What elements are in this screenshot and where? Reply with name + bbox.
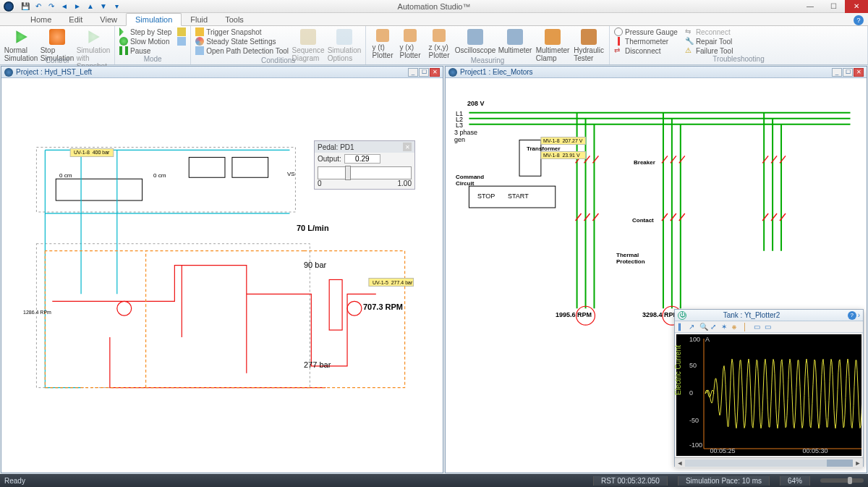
svg-rect-2 [56,179,142,200]
yx-plotter-button[interactable]: y (x) Plotter [398,27,422,59]
plotter-tool-6[interactable]: │ [743,323,752,331]
tab-view[interactable]: View [91,14,126,25]
right-pane-header[interactable]: Project1 : Elec_Motors _ ☐ ✕ [446,67,867,78]
simulation-options-button[interactable]: Simulation Options [328,27,361,62]
qat-nav-up-icon[interactable]: ▲ [85,1,95,12]
pedal-output-label: Output: [318,155,341,163]
voltage-label: 208 V [467,100,485,107]
qat-redo-icon[interactable]: ↷ [46,1,56,12]
tab-edit[interactable]: Edit [60,14,91,25]
plotter-scrollbar[interactable]: ◄ ► [675,457,863,467]
right-pane-max-button[interactable]: ☐ [843,68,853,77]
minimize-button[interactable]: — [799,0,822,13]
left-pane-header[interactable]: Project : Hyd_HST_Left _ ☐ ✕ [1,67,443,78]
svg-point-6 [347,301,362,316]
plotter-pause-icon[interactable]: ‖ [678,323,686,331]
pressure-gauge-button[interactable]: Pressure Gauge [614,27,678,36]
app-title: Automation Studio™ [398,2,471,11]
plotter-help-icon[interactable]: ? [848,311,856,320]
plotter-window[interactable]: ⏻ Tank : Yt_Plotter2 ? › ‖ ↗ 🔍 ⤢ ✶ ⎈ │ ▭… [674,309,864,467]
plotter-power-icon[interactable]: ⏻ [678,311,686,320]
sequence-diagram-button[interactable]: Sequence Diagram [292,27,325,62]
pedal-output-input[interactable] [344,154,380,164]
hydraulic-canvas[interactable]: UV-1-8 400 bar UV-1-5 277.4 bar 0 cm 0 c… [1,78,443,473]
step-by-step-button[interactable]: Step by Step [119,27,171,36]
status-ready: Ready [4,477,25,485]
thermometer-button[interactable]: Thermometer [614,37,678,46]
left-pane-title: Project : Hyd_HST_Left [16,68,92,76]
yt-plotter-button[interactable]: y (t) Plotter [370,27,395,59]
pause-button[interactable]: Pause [119,46,171,55]
quick-access-toolbar: 💾 ↶ ↷ ◄ ► ▲ ▼ ▾ [20,1,122,12]
plotter-tool-4[interactable]: ✶ [721,323,730,331]
window-buttons: — ☐ ✕ [799,0,868,13]
mode-extra-2-button[interactable] [177,37,186,46]
qat-nav-left-icon[interactable]: ◄ [59,1,69,12]
multimeter-button[interactable]: Multimeter [498,27,532,54]
qat-undo-icon[interactable]: ↶ [33,1,43,12]
slow-motion-button[interactable]: Slow Motion [119,37,171,46]
hydraulic-schematic-svg [1,78,443,473]
pedal-panel[interactable]: Pedal: PD1✕ Output: 01.00 [314,140,415,190]
ribbon-group-conditions: Trigger Snapshot Steady State Settings O… [191,26,366,64]
tab-tools[interactable]: Tools [216,14,252,25]
scroll-right-icon[interactable]: ► [853,460,863,467]
failure-tool-button[interactable]: ⚠Failure Tool [685,46,733,55]
right-pane-min-button[interactable]: _ [832,68,842,77]
status-zoom-slider[interactable] [820,478,864,483]
qat-nav-right-icon[interactable]: ► [72,1,82,12]
status-zoom[interactable]: 64% [780,476,810,486]
svg-rect-4 [232,157,268,177]
left-pane-close-button[interactable]: ✕ [430,68,440,77]
open-path-detection-button[interactable]: Open Path Detection Tool [195,46,289,55]
simulation-with-snapshot-button[interactable]: Simulation with Snapshot [77,27,110,70]
plotter-tool-2[interactable]: 🔍 [699,323,708,331]
oscilloscope-button[interactable]: Oscilloscope [456,27,495,54]
scroll-thumb[interactable] [827,460,853,467]
close-button[interactable]: ✕ [845,0,868,13]
plotter-wave-svg [676,334,861,456]
tab-home[interactable]: Home [22,14,60,25]
status-bar: Ready RST 00:05:32.050 Simulation Pace: … [0,474,868,487]
maximize-button[interactable]: ☐ [822,0,845,13]
motor1-rpm: 1995.6 RPM [556,311,592,318]
plotter-tool-7[interactable]: ▭ [754,323,762,331]
qat-nav-down-icon[interactable]: ▼ [98,1,109,12]
right-pane: Project1 : Elec_Motors _ ☐ ✕ [445,66,867,473]
ribbon-group-control: Normal Simulation Stop Simulation Simula… [0,26,115,64]
tab-fluid[interactable]: Fluid [182,14,216,25]
pressure-bottom-label: 277 bar [304,360,331,369]
plotter-tool-5[interactable]: ⎈ [732,323,741,331]
scroll-left-icon[interactable]: ◄ [675,460,685,467]
project-icon [4,68,13,77]
ribbon-group-troubleshooting: Pressure Gauge Thermometer ⇄Disconnect ⇆… [610,26,868,64]
pedal-slider[interactable] [318,166,412,179]
ribbon: Normal Simulation Stop Simulation Simula… [0,26,868,65]
left-pane-max-button[interactable]: ☐ [419,68,429,77]
svg-point-5 [117,301,132,316]
repair-tool-button[interactable]: 🔧Repair Tool [685,37,733,46]
qat-dropdown-icon[interactable]: ▾ [111,1,122,12]
reconnect-button[interactable]: ⇆Reconnect [685,27,733,36]
plotter-next-icon[interactable]: › [858,311,860,319]
ribbon-label-measuring: Measuring [370,56,605,64]
mode-extra-1-button[interactable] [177,27,186,36]
plotter-tool-3[interactable]: ⤢ [710,323,719,331]
trigger-snapshot-button[interactable]: Trigger Snapshot [195,27,289,36]
plotter-tool-1[interactable]: ↗ [689,323,697,331]
zxy-plotter-button[interactable]: z (x,y) Plotter [425,27,453,59]
tab-simulation[interactable]: Simulation [126,13,182,26]
steady-state-button[interactable]: Steady State Settings [195,37,289,46]
qat-save-icon[interactable]: 💾 [20,1,30,12]
electrical-canvas[interactable]: 208 V L1 L2 L3 3 phase gen MV-1-8 207.27… [446,78,867,473]
svg-rect-1 [36,244,310,388]
plotter-tool-8[interactable]: ▭ [765,323,773,331]
disconnect-button[interactable]: ⇄Disconnect [614,46,678,55]
project-icon [448,68,457,77]
right-pane-close-button[interactable]: ✕ [854,68,864,77]
pressure-mid-label: 90 bar [304,261,326,269]
help-icon[interactable]: ? [854,15,864,25]
ribbon-label-mode: Mode [119,55,186,63]
pedal-close-button[interactable]: ✕ [403,143,412,151]
left-pane-min-button[interactable]: _ [408,68,418,77]
